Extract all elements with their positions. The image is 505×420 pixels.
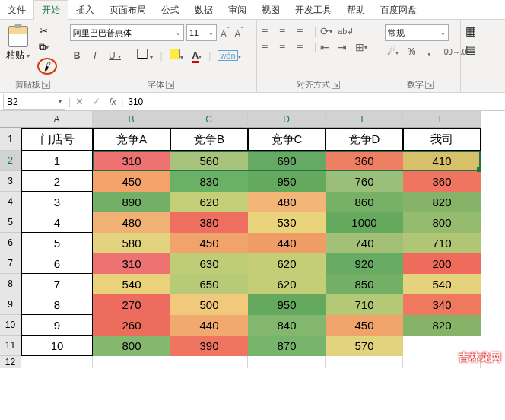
data-cell[interactable]: 620 xyxy=(170,192,248,212)
confirm-icon[interactable]: ✓ xyxy=(87,96,104,107)
empty-cell[interactable] xyxy=(21,356,93,368)
data-cell[interactable]: 560 xyxy=(170,151,248,171)
row-header-2[interactable]: 2 xyxy=(0,151,21,171)
row-header-4[interactable]: 4 xyxy=(0,192,21,212)
data-cell[interactable]: 360 xyxy=(403,171,481,192)
format-painter-button[interactable]: 🖌 xyxy=(37,58,57,75)
data-cell[interactable]: 3 xyxy=(21,192,93,212)
col-header-E[interactable]: E xyxy=(326,111,403,128)
data-cell[interactable]: 860 xyxy=(326,192,403,212)
format-table-icon[interactable]: ▤ xyxy=(465,43,476,56)
select-all-corner[interactable] xyxy=(0,111,21,128)
fx-icon[interactable]: fx xyxy=(104,97,121,107)
data-cell[interactable]: 450 xyxy=(93,171,170,192)
data-cell[interactable]: 620 xyxy=(248,253,326,274)
fill-color-button[interactable]: ▾ xyxy=(167,47,186,63)
tab-developer[interactable]: 开发工具 xyxy=(287,1,339,19)
tab-file[interactable]: 文件 xyxy=(0,1,33,19)
data-cell[interactable]: 690 xyxy=(248,151,326,171)
data-cell[interactable]: 890 xyxy=(93,192,170,212)
data-cell[interactable]: 10 xyxy=(21,336,93,356)
data-cell[interactable]: 200 xyxy=(403,253,481,274)
number-launcher[interactable]: ↘ xyxy=(425,81,434,89)
name-box[interactable]: B2▾ xyxy=(3,94,65,110)
data-cell[interactable]: 4 xyxy=(21,212,93,233)
data-cell[interactable]: 840 xyxy=(248,315,326,336)
orientation-icon[interactable]: ⟳▾ xyxy=(320,25,334,37)
tab-home[interactable]: 开始 xyxy=(33,0,68,20)
tab-data[interactable]: 数据 xyxy=(187,1,221,19)
data-cell[interactable]: 1000 xyxy=(326,212,403,233)
row-header-9[interactable]: 9 xyxy=(0,294,21,315)
data-cell[interactable]: 440 xyxy=(170,315,248,336)
data-cell[interactable]: 800 xyxy=(403,212,481,233)
tab-help[interactable]: 帮助 xyxy=(339,1,373,19)
data-cell[interactable]: 390 xyxy=(170,336,248,356)
bold-button[interactable]: B xyxy=(70,49,84,62)
data-cell[interactable]: 310 xyxy=(93,253,170,274)
header-cell[interactable]: 竞争C xyxy=(248,128,326,151)
data-cell[interactable]: 1 xyxy=(21,151,93,171)
merge-icon[interactable]: ⊞▾ xyxy=(355,41,369,53)
row-header-11[interactable]: 11 xyxy=(0,336,21,356)
data-cell[interactable]: 310 xyxy=(93,151,170,171)
row-header-1[interactable]: 1 xyxy=(0,128,21,151)
conditional-format-icon[interactable]: ▦ xyxy=(465,24,476,38)
phonetic-button[interactable]: wén▾ xyxy=(215,49,243,62)
col-header-C[interactable]: C xyxy=(170,111,248,128)
data-cell[interactable]: 480 xyxy=(248,192,326,212)
data-cell[interactable]: 650 xyxy=(170,274,248,294)
cut-icon[interactable]: ✂ xyxy=(37,24,49,37)
number-format-select[interactable]: 常规⌄ xyxy=(385,24,449,41)
header-cell[interactable]: 我司 xyxy=(403,128,481,151)
align-center-icon[interactable]: ≡ xyxy=(279,41,293,53)
data-cell[interactable]: 6 xyxy=(21,253,93,274)
row-header-6[interactable]: 6 xyxy=(0,233,21,253)
header-cell[interactable]: 竞争D xyxy=(326,128,403,151)
empty-cell[interactable] xyxy=(326,356,403,368)
data-cell[interactable]: 820 xyxy=(403,315,481,336)
tab-baidu[interactable]: 百度网盘 xyxy=(373,1,424,19)
data-cell[interactable]: 360 xyxy=(326,151,403,171)
align-bottom-icon[interactable]: ≡ xyxy=(297,25,310,37)
data-cell[interactable]: 5 xyxy=(21,233,93,253)
percent-icon[interactable]: % xyxy=(405,45,418,59)
clipboard-launcher[interactable]: ↘ xyxy=(42,81,50,89)
data-cell[interactable]: 760 xyxy=(326,171,403,192)
data-cell[interactable]: 7 xyxy=(21,274,93,294)
row-header-8[interactable]: 8 xyxy=(0,274,21,294)
data-cell[interactable]: 830 xyxy=(170,171,248,192)
data-cell[interactable]: 410 xyxy=(403,151,481,171)
data-cell[interactable]: 260 xyxy=(93,315,170,336)
col-header-F[interactable]: F xyxy=(403,111,481,128)
align-top-icon[interactable]: ≡ xyxy=(262,25,275,37)
cancel-icon[interactable]: ✕ xyxy=(71,96,87,107)
data-cell[interactable]: 740 xyxy=(326,233,403,253)
indent-left-icon[interactable]: ⇤ xyxy=(320,41,334,53)
data-cell[interactable]: 440 xyxy=(248,233,326,253)
wrap-text-icon[interactable]: ab↲ xyxy=(338,25,351,37)
indent-right-icon[interactable]: ⇥ xyxy=(338,41,351,53)
tab-view[interactable]: 视图 xyxy=(254,1,287,19)
data-cell[interactable]: 8 xyxy=(21,294,93,315)
data-cell[interactable]: 570 xyxy=(326,336,403,356)
col-header-B[interactable]: B xyxy=(93,111,170,128)
data-cell[interactable]: 920 xyxy=(326,253,403,274)
row-header-7[interactable]: 7 xyxy=(0,253,21,274)
empty-cell[interactable] xyxy=(93,356,170,368)
data-cell[interactable]: 9 xyxy=(21,315,93,336)
header-cell[interactable]: 竞争B xyxy=(170,128,248,151)
data-cell[interactable]: 710 xyxy=(403,233,481,253)
font-color-button[interactable]: A▾ xyxy=(190,49,205,62)
align-launcher[interactable]: ↘ xyxy=(332,81,340,89)
data-cell[interactable]: 480 xyxy=(93,212,170,233)
font-name-select[interactable]: 阿里巴巴普惠体⌄ xyxy=(70,24,184,41)
header-cell[interactable]: 门店号 xyxy=(21,128,93,151)
col-header-D[interactable]: D xyxy=(248,111,326,128)
tab-formulas[interactable]: 公式 xyxy=(154,1,187,19)
data-cell[interactable]: 620 xyxy=(248,274,326,294)
data-cell[interactable]: 450 xyxy=(326,315,403,336)
data-cell[interactable]: 540 xyxy=(93,274,170,294)
empty-cell[interactable] xyxy=(248,356,326,368)
data-cell[interactable]: 270 xyxy=(93,294,170,315)
